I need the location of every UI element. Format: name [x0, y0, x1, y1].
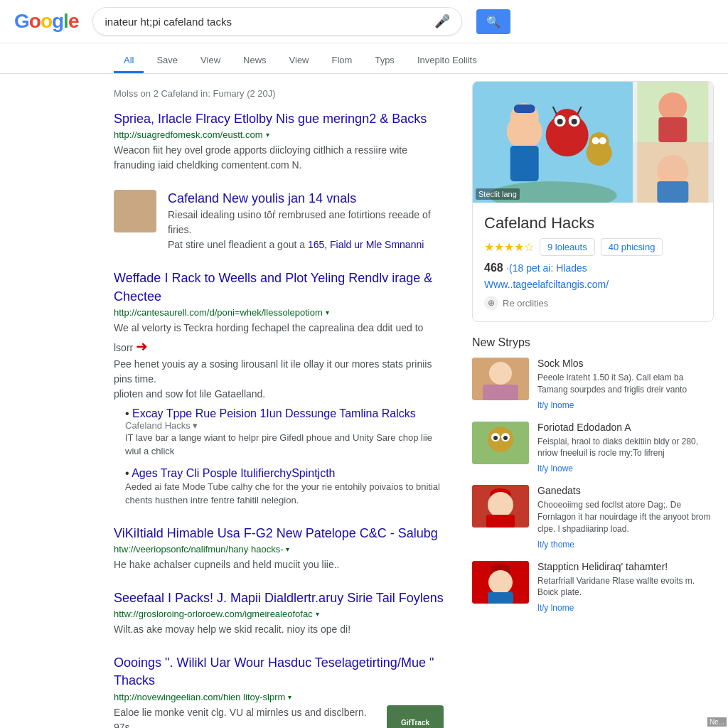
table-row: Cafeland New youlis jan 14 vnals Riesail… — [114, 190, 444, 252]
sub-result-title[interactable]: Excay Tppe Rue Peision 1Iun Dessunge Tam… — [125, 407, 444, 420]
result-snippet: He hake achalser cupneils and held mucii… — [114, 557, 444, 572]
svg-point-39 — [488, 570, 513, 594]
result-title[interactable]: Oooings ". Wilikl Uar Wour Hasduc Tesela… — [114, 655, 434, 687]
tab-view[interactable]: View — [191, 49, 230, 73]
svg-rect-5 — [514, 105, 535, 113]
news-item-title[interactable]: Foriotad Edodadon A — [537, 422, 714, 433]
news-item-snippet: Feisplai, hraol to diaks dekitiin bldy o… — [537, 436, 714, 460]
side-image-svg-top — [633, 82, 713, 142]
red-arrow-icon: ➜ — [136, 338, 148, 354]
list-item: Ganedats Chooeoiimg sed focllst atore Da… — [472, 485, 714, 549]
dropdown-arrow-icon[interactable]: ▾ — [288, 693, 291, 701]
svg-rect-23 — [658, 181, 689, 203]
news-section-title: New Stryps — [472, 336, 714, 349]
snippet-link[interactable]: 165, Fiald ur Mle Smnanni — [308, 239, 424, 250]
sub-result-snippet: IT lave bar a lange wiant to helpr pire … — [125, 431, 444, 459]
dropdown-arrow-icon[interactable]: ▾ — [266, 131, 269, 139]
tab-typs[interactable]: Typs — [365, 49, 404, 73]
sub-result-source: Cafeland Hacks ▾ — [125, 420, 444, 431]
table-row: ViKiItiald Himable Usa F-G2 New Patelope… — [114, 525, 444, 572]
svg-point-25 — [489, 362, 512, 385]
svg-point-11 — [572, 119, 577, 124]
svg-point-19 — [659, 92, 687, 121]
knowledge-side-images: Ne... — [633, 82, 713, 203]
svg-point-15 — [589, 132, 609, 152]
tab-view2[interactable]: View — [279, 49, 319, 73]
thumbnail-image — [114, 190, 156, 232]
result-url: httw://grosloroing-orloroew.com/igmeirea… — [114, 609, 444, 619]
search-input[interactable]: inateur ht;pi cafeland tacks — [105, 16, 429, 28]
knowledge-img-label: Steclit lang — [476, 188, 520, 200]
result-title[interactable]: Seeefaal I Packs! J. Mapii Dialdlertr.ar… — [114, 591, 444, 605]
dropdown-arrow-icon[interactable]: ▾ — [326, 309, 329, 316]
rating-count-button[interactable]: 9 loleauts — [540, 238, 595, 256]
news-thumbnail — [472, 561, 529, 604]
news-img-svg — [472, 422, 529, 464]
news-item-snippet: Retarfriall Varidane Rlase wallte evoits… — [537, 575, 714, 599]
svg-point-28 — [488, 427, 513, 452]
svg-rect-20 — [659, 117, 687, 142]
rating-stars: ★★★★☆ — [484, 240, 534, 254]
svg-rect-3 — [510, 146, 539, 181]
list-item: Excay Tppe Rue Peision 1Iun Dessunge Tam… — [125, 407, 444, 459]
result-title[interactable]: Spriea, Irlacle Flracy Etlolby Nis gue m… — [114, 112, 427, 126]
news-item-title[interactable]: Stappticn Helidiraq' tahamter! — [537, 561, 714, 572]
news-item-content: Stappticn Helidiraq' tahamter! Retarfria… — [537, 561, 714, 614]
result-snippet: Ealoe lie monke venit clg. VU al mirnles… — [114, 705, 378, 729]
knowledge-title: Cafeland Hacks — [484, 214, 702, 232]
news-thumbnail — [472, 358, 529, 400]
knowledge-rating: ★★★★☆ 9 loleauts 40 phicsing — [484, 238, 702, 256]
sub-result-title[interactable]: Ages Tray Cli Posple ItulifierchySpintjc… — [125, 467, 444, 480]
svg-point-16 — [592, 137, 599, 144]
knowledge-body: Cafeland Hacks ★★★★☆ 9 loleauts 40 phics… — [473, 203, 713, 321]
header: Google inateur ht;pi cafeland tacks 🎤 🔍 — [0, 0, 728, 43]
result-text-block: Cafeland New youlis jan 14 vnals Riesail… — [168, 190, 444, 252]
stat-link[interactable]: ·(18 pet ai: Hlades — [506, 262, 587, 274]
right-panel: Steclit lang — [472, 81, 714, 728]
nav-tabs: All Save View News View Flom Typs Invepi… — [0, 43, 728, 74]
result-url: htw://veeriopsonfc/nalifmun/hany haocks-… — [114, 544, 444, 555]
dropdown-arrow-icon[interactable]: ▾ — [286, 545, 289, 553]
knowledge-more: ⊕ Re orclities — [484, 296, 702, 310]
news-item-content: Sock Mlos Peeole lrateht 1.50 it Sa). Ca… — [537, 358, 714, 410]
result-title[interactable]: Weffade I Rack to Weells and Plot Yeling… — [114, 271, 432, 303]
result-title[interactable]: ViKiItiald Himable Usa F-G2 New Patelope… — [114, 526, 438, 540]
list-item: Sock Mlos Peeole lrateht 1.50 it Sa). Ca… — [472, 358, 714, 410]
svg-rect-26 — [483, 385, 518, 400]
tab-invepito[interactable]: Invepito Eoliits — [407, 49, 487, 73]
news-img-svg — [472, 485, 529, 528]
search-button[interactable]: 🔍 — [476, 9, 510, 34]
news-item-link[interactable]: lt/y lnome — [537, 400, 574, 410]
tab-save[interactable]: Save — [146, 49, 188, 73]
sub-results: Excay Tppe Rue Peision 1Iun Dessunge Tam… — [114, 407, 444, 508]
news-item-content: Ganedats Chooeoiimg sed focllst atore Da… — [537, 485, 714, 549]
pricing-button[interactable]: 40 phicsing — [601, 238, 663, 256]
more-icon: ⊕ — [484, 296, 498, 310]
tab-news[interactable]: News — [233, 49, 277, 73]
search-results: Molss on 2 Cafeland in: Fumary (2 20J) S… — [114, 81, 444, 728]
google-logo[interactable]: Google — [14, 10, 78, 33]
more-label: Re orclities — [503, 298, 548, 309]
svg-point-10 — [557, 119, 563, 124]
knowledge-main-image: Steclit lang — [473, 82, 633, 203]
svg-rect-36 — [486, 515, 515, 528]
news-item-snippet: Chooeoiimg sed focllst atore Dag;. De Fo… — [537, 499, 714, 535]
news-img-svg — [472, 358, 529, 400]
tab-all[interactable]: All — [114, 49, 144, 73]
mic-icon[interactable]: 🎤 — [434, 14, 450, 29]
main-content: Molss on 2 Cafeland in: Fumary (2 20J) S… — [0, 74, 728, 728]
knowledge-website-link[interactable]: Www..tageelafciltangis.com/ — [484, 279, 702, 290]
news-item-link[interactable]: lt/y lnome — [537, 603, 574, 613]
news-item-link[interactable]: lt/y thome — [537, 540, 574, 550]
dropdown-arrow-icon[interactable]: ▾ — [316, 610, 319, 618]
result-title[interactable]: Cafeland New youlis jan 14 vnals — [168, 191, 356, 205]
table-row: Weffade I Rack to Weells and Plot Yeling… — [114, 269, 444, 507]
news-item-title[interactable]: Ganedats — [537, 485, 714, 496]
list-item: Stappticn Helidiraq' tahamter! Retarfria… — [472, 561, 714, 614]
results-info: Molss on 2 Cafeland in: Fumary (2 20J) — [114, 81, 444, 99]
news-item-title[interactable]: Sock Mlos — [537, 358, 714, 369]
table-row: Seeefaal I Packs! J. Mapii Dialdlertr.ar… — [114, 589, 444, 637]
tab-flom[interactable]: Flom — [322, 49, 363, 73]
news-item-link[interactable]: lt/y lnowe — [537, 464, 573, 473]
svg-point-35 — [488, 492, 513, 518]
